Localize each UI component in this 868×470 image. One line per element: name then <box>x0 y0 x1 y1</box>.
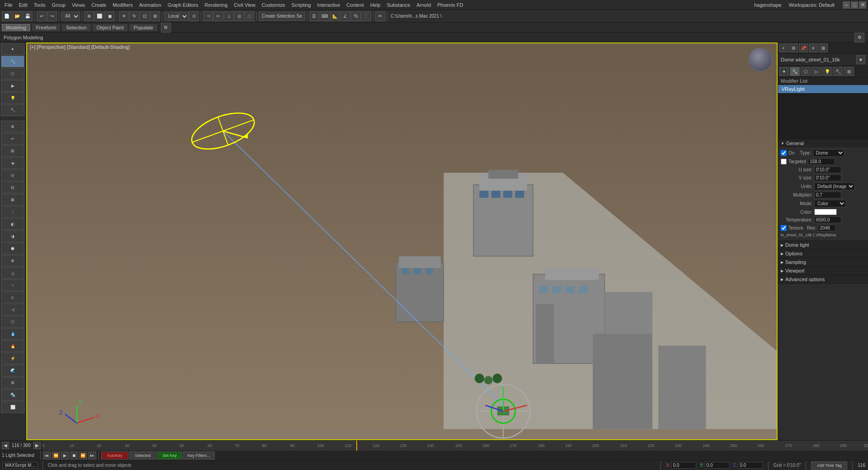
normal-align-button[interactable]: ⊥ <box>224 11 234 21</box>
angle-snap[interactable]: ∠ <box>340 11 350 21</box>
type-dropdown[interactable]: Dome <box>813 149 844 157</box>
minimize-button[interactable]: ─ <box>843 1 850 9</box>
coord-system-dropdown[interactable]: Local <box>164 12 189 21</box>
create-selection-button[interactable]: Create Selection Se <box>259 12 305 21</box>
rp-pin[interactable]: 📌 <box>799 43 808 52</box>
utility-panel-button[interactable]: 🔨 <box>1 104 24 116</box>
res-input[interactable] <box>818 225 836 231</box>
rp-settings[interactable]: ≡ <box>809 43 818 52</box>
tab-populate[interactable]: Populate <box>129 24 157 31</box>
menu-create[interactable]: Create <box>89 1 109 9</box>
tool-btn-9[interactable]: ◐ <box>1 218 24 230</box>
tool-btn-5[interactable]: ⊙ <box>1 169 24 181</box>
sub-toolbar-config[interactable]: ⚙ <box>161 23 171 33</box>
named-sel-sets[interactable]: ☰ <box>309 11 319 21</box>
tool-btn-10[interactable]: ◑ <box>1 230 24 242</box>
tab-modify[interactable]: 🔧 <box>790 67 800 76</box>
open-file-button[interactable]: 📂 <box>12 11 22 21</box>
y-input[interactable] <box>705 462 730 469</box>
tool-btn-7[interactable]: ⊠ <box>1 194 24 206</box>
menu-scripting[interactable]: Scripting <box>289 1 314 9</box>
mirror-button[interactable]: ⊣ <box>203 11 213 21</box>
tool-btn-20[interactable]: ⚡ <box>1 352 24 364</box>
tab-object-paint[interactable]: Object Paint <box>93 24 128 31</box>
menu-substance[interactable]: Substance <box>384 1 413 9</box>
key-filters-button[interactable]: Key Filters... <box>183 451 215 460</box>
menu-arnold[interactable]: Arnold <box>414 1 434 9</box>
set-key-button[interactable]: Set Key <box>157 451 182 460</box>
spinner-snap[interactable]: ⋮ <box>361 11 371 21</box>
on-checkbox[interactable] <box>781 150 787 156</box>
menu-customize[interactable]: Customize <box>259 1 288 9</box>
modifier-vraylight[interactable]: VRayLight <box>778 85 868 93</box>
tool-btn-16[interactable]: ◁ <box>1 304 24 315</box>
modify-panel-button[interactable]: 🔧 <box>1 56 24 67</box>
tab-display[interactable]: 💡 <box>822 67 832 76</box>
keyboard-shortcut-override[interactable]: ⌨ <box>320 11 330 21</box>
polygon-modeling-config[interactable]: ⚙ <box>854 33 864 42</box>
multiplier-input[interactable] <box>814 192 841 198</box>
z-input[interactable] <box>738 462 763 469</box>
tool-btn-17[interactable]: ⬡ <box>1 316 24 328</box>
select-region-button[interactable]: ⬜ <box>94 11 104 21</box>
tool-btn-12[interactable]: ⊕ <box>1 255 24 267</box>
object-name-dropdown[interactable]: ▼ <box>856 55 865 64</box>
tool-btn-8[interactable]: ⋮ <box>1 206 24 218</box>
temperature-input[interactable] <box>814 216 841 223</box>
rp-add-modifier[interactable]: + <box>779 43 788 52</box>
place-highlight-button[interactable]: ◎ <box>234 11 244 21</box>
align-camera-button[interactable]: 🎥 <box>245 11 255 21</box>
stop-button[interactable]: ⏹ <box>70 451 78 460</box>
color-swatch[interactable] <box>814 209 837 215</box>
viewport-scene[interactable]: X Y Z <box>26 42 778 440</box>
menu-tools[interactable]: Tools <box>31 1 48 9</box>
timeline-prev[interactable]: ◀ <box>2 442 9 449</box>
go-to-end-button[interactable]: ⏭ <box>88 451 96 460</box>
menu-civil-view[interactable]: Civil View <box>231 1 258 9</box>
section-options-header[interactable]: ▶ Options <box>778 249 868 258</box>
tool-btn-22[interactable]: ⚙ <box>1 377 24 389</box>
tool-btn-1[interactable]: ⊕ <box>1 121 24 132</box>
menu-views[interactable]: Views <box>69 1 88 9</box>
navigation-gizmo[interactable] <box>747 46 774 73</box>
menu-graph-editors[interactable]: Graph Editors <box>165 1 201 9</box>
maximize-button[interactable]: □ <box>851 1 858 9</box>
window-crossing-button[interactable]: ◼ <box>105 11 115 21</box>
menu-phoenix-fd[interactable]: Phoenix FD <box>434 1 466 9</box>
filter-dropdown[interactable]: All <box>61 12 80 21</box>
tab-motion[interactable]: ▷ <box>811 67 821 76</box>
menu-content[interactable]: Content <box>344 1 367 9</box>
undo-button[interactable]: ↩ <box>37 11 47 21</box>
tool-btn-14[interactable]: ○ <box>1 279 24 291</box>
viewport-area[interactable]: [+] [Perspective] [Standard] [Default-Sh… <box>26 42 778 440</box>
mode-dropdown[interactable]: Color <box>814 200 846 207</box>
tool-btn-21[interactable]: 🌊 <box>1 365 24 376</box>
vsize-input[interactable] <box>814 174 841 181</box>
tool-btn-24[interactable]: ⬜ <box>1 401 24 413</box>
tool-btn-6[interactable]: ⊟ <box>1 182 24 193</box>
targeted-checkbox[interactable] <box>781 159 787 164</box>
edit-named-sel[interactable]: ✏ <box>375 11 385 21</box>
menu-rendering[interactable]: Rendering <box>202 1 231 9</box>
move-button[interactable]: ✛ <box>119 11 129 21</box>
tool-btn-15[interactable]: ▷ <box>1 291 24 303</box>
scale-select-button[interactable]: ⊞ <box>150 11 160 21</box>
next-frame-button[interactable]: ⏩ <box>79 451 87 460</box>
menu-group[interactable]: Group <box>49 1 68 9</box>
tab-hierarchy[interactable]: ⬡ <box>801 67 811 76</box>
section-viewport-header[interactable]: ▶ Viewport <box>778 267 868 275</box>
go-to-start-button[interactable]: ⏮ <box>43 451 51 460</box>
menu-help[interactable]: Help <box>368 1 383 9</box>
usize-input[interactable] <box>814 166 841 173</box>
menu-file[interactable]: File <box>2 1 15 9</box>
selected-button[interactable]: Selected <box>129 451 156 460</box>
tool-btn-4[interactable]: ◈ <box>1 157 24 169</box>
tab-modeling[interactable]: Modeling <box>2 24 30 31</box>
menu-animation[interactable]: Animation <box>137 1 164 9</box>
percent-snap[interactable]: % <box>351 11 361 21</box>
rotate-button[interactable]: ↻ <box>129 11 139 21</box>
motion-panel-button[interactable]: ▶ <box>1 80 24 92</box>
tool-btn-2[interactable]: ↩ <box>1 133 24 145</box>
menu-modifiers[interactable]: Modifiers <box>110 1 136 9</box>
rp-options[interactable]: ⊞ <box>819 43 828 52</box>
